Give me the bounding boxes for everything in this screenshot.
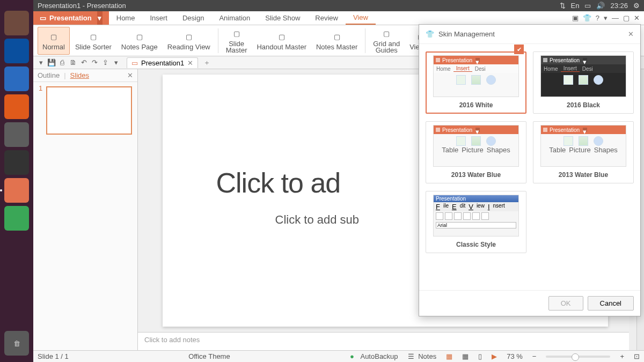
skin-preview: Presentation▾TablePictureShapes bbox=[433, 125, 519, 167]
zoom-in-icon[interactable]: + bbox=[620, 352, 624, 360]
network-icon[interactable]: ⇅ bbox=[560, 2, 566, 10]
ribbon-slide-sorter[interactable]: ▢Slide Sorter bbox=[71, 27, 116, 55]
document-tab[interactable]: ▭ Presentation1 ✕ bbox=[127, 57, 198, 68]
app-menu-dropdown-icon: ▾ bbox=[97, 11, 103, 25]
ribbon-label: Normal bbox=[42, 44, 65, 50]
notes-master-icon: ▢ bbox=[331, 31, 343, 43]
minimize-button[interactable]: — bbox=[612, 14, 619, 22]
save-icon[interactable]: 💾 bbox=[47, 58, 56, 67]
view-slideshow-icon[interactable]: ▶ bbox=[492, 352, 497, 360]
screenshot-icon[interactable]: ▣ bbox=[572, 14, 579, 22]
dialog-close-icon[interactable]: ✕ bbox=[628, 30, 634, 38]
launcher-presentation[interactable] bbox=[4, 178, 29, 203]
ribbon-label: Slide Sorter bbox=[75, 44, 112, 50]
normal-icon: ▢ bbox=[48, 31, 60, 43]
launcher-software[interactable] bbox=[4, 94, 29, 119]
ribbon-handout-master[interactable]: ▢Handout Master bbox=[252, 27, 311, 55]
cancel-button[interactable]: Cancel bbox=[588, 296, 634, 311]
view-reading-icon[interactable]: ▯ bbox=[478, 352, 482, 360]
skin-label: 2016 White bbox=[459, 100, 493, 110]
dropdown-icon[interactable]: ▾ bbox=[604, 14, 608, 22]
tab-review[interactable]: Review bbox=[308, 11, 346, 25]
maximize-button[interactable]: ▢ bbox=[623, 14, 630, 22]
app-menu-button[interactable]: ▭ Presentation ▾ bbox=[33, 11, 109, 25]
new-tab-button[interactable]: ＋ bbox=[203, 58, 210, 68]
zoom-slider[interactable] bbox=[546, 356, 610, 358]
keyboard-lang[interactable]: En bbox=[571, 2, 580, 10]
tab-animation[interactable]: Animation bbox=[211, 11, 258, 25]
view-normal-icon[interactable]: ▦ bbox=[446, 352, 452, 360]
tab-design[interactable]: Design bbox=[175, 11, 211, 25]
launcher-files[interactable] bbox=[4, 11, 29, 35]
skin-2016-black[interactable]: Presentation▾HomeInsertDesi2016 Black bbox=[533, 51, 634, 114]
ribbon-label: Reading View bbox=[167, 44, 210, 50]
skin-management-dialog: 👕 Skin Management ✕ Presentation▾HomeIns… bbox=[419, 24, 641, 316]
ribbon-notes-master[interactable]: ▢Notes Master bbox=[312, 27, 362, 55]
ribbon-grid-guides[interactable]: ▢Grid and Guides bbox=[369, 27, 404, 55]
system-titlebar: Presentation1 - Presentation ⇅ En ▭ 🔊 23… bbox=[33, 0, 644, 11]
qa-menu-icon[interactable]: ▾ bbox=[36, 58, 45, 67]
status-theme: Office Theme bbox=[188, 352, 230, 360]
doc-icon: ▭ bbox=[131, 59, 138, 67]
slide-thumbnail-1[interactable] bbox=[46, 86, 132, 135]
app-menubar: ▭ Presentation ▾ HomeInsertDesignAnimati… bbox=[33, 11, 644, 25]
tab-view[interactable]: View bbox=[346, 11, 376, 25]
ribbon-label: Grid and Guides bbox=[373, 41, 400, 54]
skin-preview: Presentation▾TablePictureShapes bbox=[540, 125, 626, 167]
zoom-out-icon[interactable]: − bbox=[532, 352, 537, 360]
handout-master-icon: ▢ bbox=[276, 31, 288, 43]
volume-icon[interactable]: 🔊 bbox=[596, 2, 605, 10]
print-icon[interactable]: ⎙ bbox=[58, 58, 67, 67]
ribbon-normal[interactable]: ▢Normal bbox=[38, 27, 70, 55]
tab-insert[interactable]: Insert bbox=[142, 11, 175, 25]
ok-button[interactable]: OK bbox=[548, 296, 583, 311]
fit-icon[interactable]: ⊡ bbox=[634, 352, 640, 360]
ribbon-notes-page[interactable]: ▢Notes Page bbox=[117, 27, 162, 55]
clock[interactable]: 23:26 bbox=[610, 2, 628, 10]
export-icon[interactable]: ⇪ bbox=[101, 58, 109, 67]
redo-icon[interactable]: ↷ bbox=[90, 58, 99, 67]
outline-tab[interactable]: Outline bbox=[38, 71, 60, 79]
launcher-trash[interactable]: 🗑 bbox=[4, 331, 29, 356]
skin-classic[interactable]: PresentationFile Edit View InsertArialCl… bbox=[426, 191, 526, 253]
status-autobackup[interactable]: ● AutoBackup bbox=[350, 352, 398, 360]
power-icon[interactable]: ⚙ bbox=[633, 2, 640, 10]
slides-panel: Outline | Slides ✕ 1 bbox=[33, 69, 138, 350]
doc-tab-title: Presentation1 bbox=[141, 59, 184, 67]
view-sorter-icon[interactable]: ▦ bbox=[462, 352, 469, 360]
ribbon-slide-master[interactable]: ▢Slide Master bbox=[222, 27, 252, 55]
app-name: Presentation bbox=[49, 14, 92, 22]
ribbon-reading-view[interactable]: ▢Reading View bbox=[163, 27, 215, 55]
tab-slide-show[interactable]: Slide Show bbox=[258, 11, 308, 25]
status-notes[interactable]: ☰ Notes bbox=[408, 352, 437, 360]
doc-tab-close-icon[interactable]: ✕ bbox=[187, 59, 193, 67]
skin-2013-wb-b[interactable]: Presentation▾TablePictureShapes2013 Wate… bbox=[533, 121, 634, 183]
undo-icon[interactable]: ↶ bbox=[79, 58, 88, 67]
zoom-value[interactable]: 73 % bbox=[507, 352, 523, 360]
panel-close-icon[interactable]: ✕ bbox=[127, 71, 133, 79]
grid-guides-icon: ▢ bbox=[380, 28, 392, 40]
launcher-disk[interactable] bbox=[4, 150, 29, 175]
launcher-writer[interactable] bbox=[4, 67, 29, 91]
slide-sorter-icon: ▢ bbox=[87, 31, 99, 43]
ubuntu-launcher: 🗑 bbox=[0, 0, 33, 362]
skin-label: Classic Style bbox=[456, 240, 496, 249]
print-preview-icon[interactable]: 🗎 bbox=[69, 58, 77, 67]
launcher-spreadsheets[interactable] bbox=[4, 206, 29, 231]
skin-2013-wb-a[interactable]: Presentation▾TablePictureShapes2013 Wate… bbox=[426, 121, 526, 183]
close-button[interactable]: ✕ bbox=[634, 14, 640, 22]
skin-preview: Presentation▾HomeInsertDesi bbox=[540, 55, 626, 97]
skin-2016-white[interactable]: Presentation▾HomeInsertDesi2016 White bbox=[426, 51, 526, 114]
tab-home[interactable]: Home bbox=[109, 11, 143, 25]
more-icon[interactable]: ▾ bbox=[112, 58, 120, 67]
status-slide: Slide 1 / 1 bbox=[38, 352, 69, 360]
skin-preview: PresentationFile Edit View InsertArial bbox=[433, 195, 519, 237]
launcher-firefox[interactable] bbox=[4, 39, 29, 63]
launcher-settings[interactable] bbox=[4, 122, 29, 147]
notes-pane[interactable]: Click to add notes bbox=[138, 332, 636, 350]
app-logo-icon: ▭ bbox=[40, 14, 46, 22]
help-icon[interactable]: ? bbox=[596, 14, 599, 22]
slides-tab[interactable]: Slides bbox=[70, 71, 89, 79]
battery-icon[interactable]: ▭ bbox=[584, 2, 591, 10]
shirt-icon[interactable]: 👕 bbox=[583, 14, 591, 22]
